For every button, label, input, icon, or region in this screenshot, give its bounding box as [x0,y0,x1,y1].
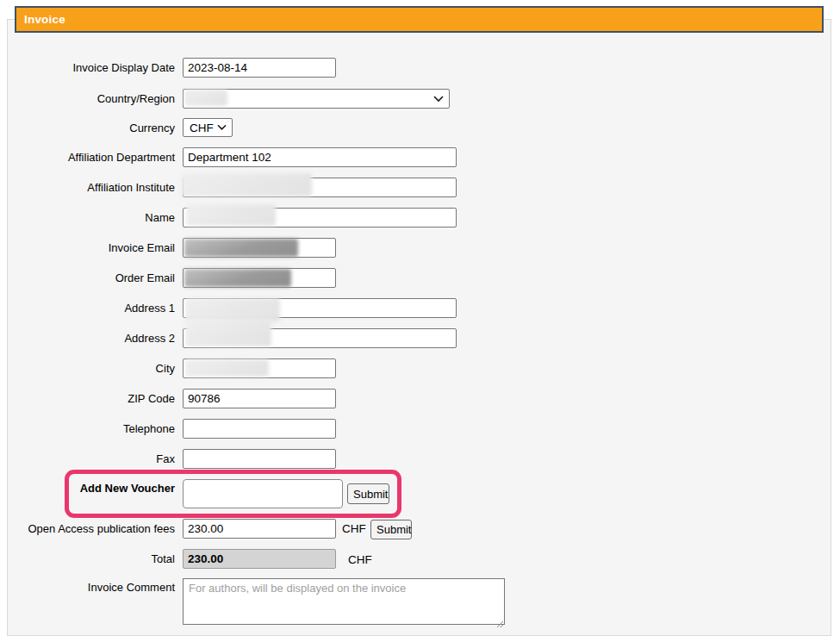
invoice-display-date-input[interactable] [183,58,336,78]
affiliation-department-input[interactable] [183,147,457,167]
address2-label: Address 2 [124,332,175,345]
address1-input[interactable] [183,298,457,318]
affiliation-institute-label: Affiliation Institute [87,181,175,194]
address2-input[interactable] [183,328,457,348]
country-region-label: Country/Region [97,92,175,105]
city-input[interactable] [183,358,336,378]
address1-label: Address 1 [124,302,175,315]
add-new-voucher-label: Add New Voucher [80,482,175,495]
fax-label: Fax [156,452,175,465]
name-input[interactable] [183,208,457,228]
open-access-fees-label: Open Access publication fees [28,522,175,535]
fees-currency-unit: CHF [342,522,366,535]
invoice-page: Invoice Invoice Display Date Country/Reg… [0,0,840,642]
invoice-section-header: Invoice [15,6,824,33]
affiliation-institute-input[interactable] [183,178,457,197]
telephone-input[interactable] [183,419,336,439]
order-email-input[interactable] [183,268,336,288]
currency-label: Currency [129,122,175,134]
open-access-fees-input[interactable] [183,519,336,539]
invoice-comment-label: Invoice Comment [88,581,175,594]
invoice-panel [7,19,831,636]
section-title: Invoice [16,13,65,26]
add-new-voucher-input[interactable] [183,479,343,508]
total-label: Total [152,552,175,565]
voucher-submit-button[interactable]: Submit [347,483,389,504]
telephone-label: Telephone [123,422,175,435]
invoice-comment-textarea[interactable] [183,578,505,625]
chevron-down-icon [433,96,444,103]
chevron-down-icon [217,124,227,131]
total-currency-unit: CHF [348,553,372,566]
invoice-display-date-label: Invoice Display Date [73,61,176,74]
invoice-email-label: Invoice Email [109,241,175,254]
fees-submit-button[interactable]: Submit [370,520,412,539]
fax-input[interactable] [183,449,336,469]
name-label: Name [145,211,175,224]
zip-code-input[interactable] [183,389,336,408]
invoice-email-input[interactable] [183,238,336,258]
order-email-label: Order Email [115,271,175,284]
currency-select[interactable]: CHF [183,118,233,137]
currency-selected-value: CHF [190,122,214,134]
zip-code-label: ZIP Code [128,392,175,405]
city-label: City [156,362,175,375]
total-input [183,549,336,569]
affiliation-department-label: Affiliation Department [68,151,175,164]
country-region-select[interactable] [183,89,450,109]
